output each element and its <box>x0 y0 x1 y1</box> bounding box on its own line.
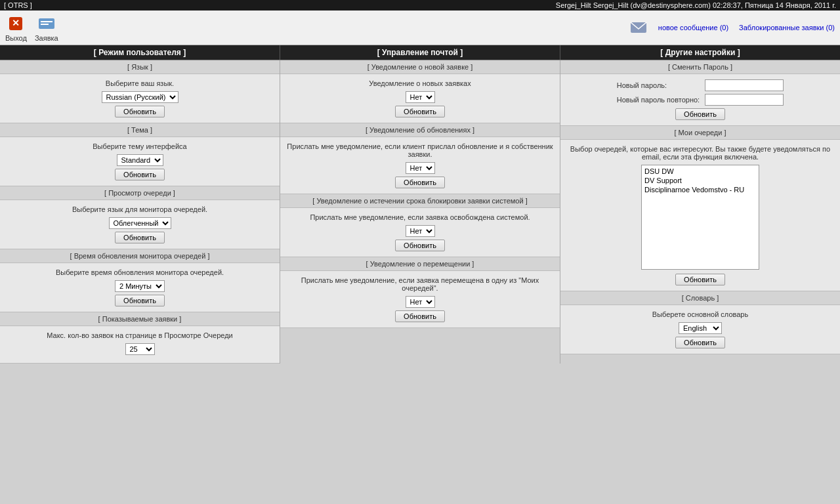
language-panel-title: [ Язык ] <box>0 60 280 74</box>
section-headers-bar: [ Режим пользователя ] [ Управление почт… <box>0 45 840 60</box>
move-notif-desc: Прислать мне уведомление, если заявка пе… <box>285 276 555 292</box>
confirm-password-row: Новый пароль повторно: <box>617 94 784 106</box>
ticket-icon <box>36 13 57 34</box>
unlock-notif-select[interactable]: Нет Да <box>406 225 435 237</box>
new-message-icon <box>629 18 648 37</box>
section-header-user-mode: [ Режим пользователя ] <box>0 45 280 60</box>
language-select[interactable]: Russian (Русский) English German French <box>102 91 178 103</box>
new-ticket-notif-title: [ Уведомление о новой заявке ] <box>280 60 560 74</box>
dictionary-panel: [ Словарь ] Выберете основной словарь En… <box>560 291 840 354</box>
update-notif-desc: Прислать мне уведомление, если клиент пр… <box>285 142 555 158</box>
queue-monitor-desc: Выберите язык для монитора очередей. <box>5 205 274 213</box>
move-notif-panel: [ Уведомление о перемещении ] Прислать м… <box>280 257 560 328</box>
user-info: Sergej_Hilt Sergej_Hilt (dv@destinyspher… <box>556 1 836 9</box>
new-ticket-notif-panel: [ Уведомление о новой заявке ] Уведомлен… <box>280 60 560 123</box>
column-user-mode: [ Язык ] Выберите ваш язык. Russian (Рус… <box>0 60 280 364</box>
change-password-update-button[interactable]: Обновить <box>675 108 725 120</box>
language-update-button[interactable]: Обновить <box>115 106 165 117</box>
unlock-notif-title: [ Уведомление о истечении срока блокиров… <box>280 194 560 208</box>
ticket-button[interactable]: Заявка <box>35 13 58 42</box>
my-queues-desc: Выбор очередей, которые вас интересуют. … <box>566 145 835 161</box>
queue-monitor-title: [ Просмотр очереди ] <box>0 186 280 200</box>
queue-item-disciplinarnoe[interactable]: Disciplinarnoe Vedomstvo - RU <box>643 185 757 194</box>
change-password-title: [ Сменить Пароль ] <box>560 60 840 74</box>
update-notif-select[interactable]: Нет Да <box>406 162 435 174</box>
update-notif-panel: [ Уведомление об обновлениях ] Прислать … <box>280 123 560 194</box>
column-mail-management: [ Уведомление о новой заявке ] Уведомлен… <box>280 60 560 364</box>
refresh-time-select[interactable]: 2 Минуты 5 Минут 10 Минут Нет <box>115 280 165 292</box>
my-queues-listbox[interactable]: DSU DW DV Support Disciplinarnoe Vedomst… <box>641 165 759 270</box>
dictionary-title: [ Словарь ] <box>560 291 840 305</box>
move-notif-select[interactable]: Нет Да <box>406 296 435 308</box>
my-queues-panel: [ Мои очереди ] Выбор очередей, которые … <box>560 126 840 291</box>
right-navigation: новое сообщение (0) Заблокированные заяв… <box>629 18 835 37</box>
new-ticket-notif-select[interactable]: Нет Да <box>406 91 435 103</box>
section-header-mail-management: [ Управление почтой ] <box>280 45 560 60</box>
new-password-label: Новый пароль: <box>617 81 667 89</box>
unlock-notif-desc: Прислать мне уведомление, если заявка ос… <box>285 213 555 221</box>
shown-tickets-select[interactable]: 25 10 50 100 <box>125 343 155 355</box>
queue-item-dsu-dw[interactable]: DSU DW <box>643 167 757 176</box>
unlock-notif-panel: [ Уведомление о истечении срока блокиров… <box>280 194 560 257</box>
queue-monitor-panel: [ Просмотр очереди ] Выберите язык для м… <box>0 186 280 249</box>
queue-item-dv-support[interactable]: DV Support <box>643 176 757 185</box>
update-notif-update-button[interactable]: Обновить <box>395 177 445 188</box>
new-password-row: Новый пароль: <box>617 79 784 91</box>
column-other-settings: [ Сменить Пароль ] Новый пароль: Новый п… <box>560 60 840 364</box>
section-header-other-settings: [ Другие настройки ] <box>560 45 840 60</box>
exit-button[interactable]: ✕ Выход <box>5 13 27 42</box>
theme-desc: Выберите тему интерфейса <box>5 142 274 150</box>
exit-icon: ✕ <box>5 13 26 34</box>
shown-tickets-title: [ Показываемые заявки ] <box>0 312 280 326</box>
refresh-time-panel: [ Время обновления монитора очередей ] В… <box>0 249 280 312</box>
my-queues-update-button[interactable]: Обновить <box>675 274 725 285</box>
shown-tickets-desc: Макс. кол-во заявок на странице в Просмо… <box>5 331 274 339</box>
move-notif-update-button[interactable]: Обновить <box>395 310 445 322</box>
svg-text:✕: ✕ <box>12 18 20 28</box>
ticket-label: Заявка <box>35 34 58 42</box>
update-notif-title: [ Уведомление об обновлениях ] <box>280 123 560 137</box>
dictionary-desc: Выберете основной словарь <box>566 310 835 318</box>
queue-monitor-update-button[interactable]: Обновить <box>115 232 165 243</box>
new-ticket-notif-desc: Уведомление о новых заявках <box>285 79 555 87</box>
exit-label: Выход <box>5 34 27 42</box>
theme-panel: [ Тема ] Выберите тему интерфейса Standa… <box>0 123 280 186</box>
blocked-tickets-link[interactable]: Заблокированные заявки (0) <box>739 24 835 32</box>
dictionary-update-button[interactable]: Обновить <box>675 337 725 348</box>
queue-monitor-select[interactable]: Облегченный Стандартный <box>109 217 171 229</box>
confirm-password-label: Новый пароль повторно: <box>617 96 700 104</box>
refresh-time-title: [ Время обновления монитора очередей ] <box>0 249 280 263</box>
left-navigation: ✕ Выход Заявка <box>5 13 58 42</box>
dictionary-select[interactable]: English Russian German None <box>679 322 722 334</box>
new-ticket-notif-update-button[interactable]: Обновить <box>395 106 445 117</box>
move-notif-title: [ Уведомление о перемещении ] <box>280 257 560 271</box>
change-password-panel: [ Сменить Пароль ] Новый пароль: Новый п… <box>560 60 840 126</box>
unlock-notif-update-button[interactable]: Обновить <box>395 240 445 251</box>
language-panel: [ Язык ] Выберите ваш язык. Russian (Рус… <box>0 60 280 123</box>
main-content: [ Язык ] Выберите ваш язык. Russian (Рус… <box>0 60 840 364</box>
svg-rect-4 <box>41 24 49 25</box>
new-message-link[interactable]: новое сообщение (0) <box>658 24 728 32</box>
theme-select[interactable]: Standard Classic Lite <box>117 154 163 166</box>
app-title: [ OTRS ] <box>4 1 32 9</box>
language-desc: Выберите ваш язык. <box>5 79 274 87</box>
theme-update-button[interactable]: Обновить <box>115 169 165 180</box>
shown-tickets-panel: [ Показываемые заявки ] Макс. кол-во зая… <box>0 312 280 364</box>
theme-panel-title: [ Тема ] <box>0 123 280 137</box>
confirm-password-input[interactable] <box>705 94 784 106</box>
refresh-time-update-button[interactable]: Обновить <box>115 295 165 306</box>
refresh-time-desc: Выберите время обновления монитора очере… <box>5 268 274 276</box>
new-password-input[interactable] <box>705 79 784 91</box>
my-queues-title: [ Мои очереди ] <box>560 126 840 140</box>
title-bar: [ OTRS ] Sergej_Hilt Sergej_Hilt (dv@des… <box>0 0 840 10</box>
nav-bar: ✕ Выход Заявка новое сообщение (0) Забло… <box>0 10 840 45</box>
svg-rect-3 <box>41 21 52 22</box>
